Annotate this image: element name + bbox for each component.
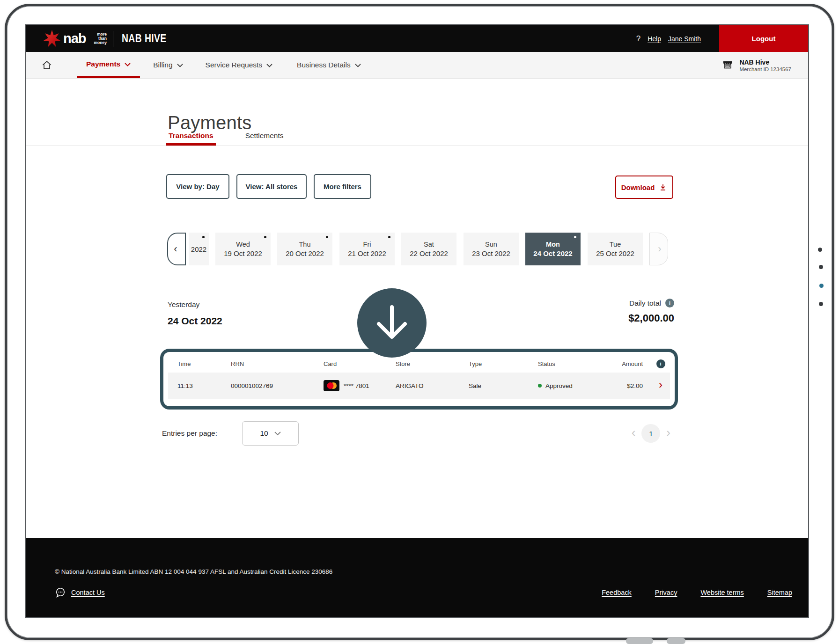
- help-link[interactable]: Help: [648, 35, 661, 43]
- contact-us-label: Contact Us: [71, 589, 105, 596]
- view-by-day-button[interactable]: View by: Day: [166, 174, 229, 199]
- arrow-down-icon: [357, 288, 427, 358]
- day-tile-thu-20-oct[interactable]: Thu 20 Oct 2022: [277, 233, 332, 265]
- sensor-dot: [819, 265, 823, 269]
- page-number[interactable]: 1: [641, 424, 660, 443]
- nab-logo: nab more than money NAB HIVE: [43, 25, 175, 52]
- day-tile-wed-19-oct[interactable]: Wed 19 Oct 2022: [215, 233, 271, 265]
- footer-link-sitemap[interactable]: Sitemap: [767, 589, 792, 596]
- day-tile-tue-25-oct[interactable]: Tue 25 Oct 2022: [588, 233, 643, 265]
- top-app-bar: nab more than money NAB HIVE ? Help Jane…: [26, 25, 808, 52]
- nav-item-payments[interactable]: Payments: [77, 52, 140, 78]
- nav-label: Business Details: [297, 61, 351, 69]
- day-tile-fri-21-oct[interactable]: Fri 21 Oct 2022: [339, 233, 395, 265]
- camera-dot: [819, 284, 824, 288]
- nav-label: Service Requests: [206, 61, 262, 69]
- nab-tagline: more than money: [94, 32, 107, 45]
- entries-per-page-select[interactable]: 10: [242, 421, 299, 446]
- merchant-info[interactable]: NAB Hive Merchant ID 1234567: [721, 52, 791, 79]
- tab-transactions[interactable]: Transactions: [166, 132, 216, 146]
- speech-bubble-icon: [55, 587, 66, 598]
- col-header-type: Type: [469, 360, 538, 367]
- carousel-prev-button[interactable]: ‹: [167, 233, 186, 265]
- transaction-row[interactable]: 11:13 000001002769 **** 7801 ARIGATO Sal…: [168, 373, 670, 399]
- cell-type: Sale: [469, 382, 538, 389]
- daily-total-block: Daily total i $2,000.00: [494, 299, 674, 324]
- footer: © National Australia Bank Limited ABN 12…: [26, 538, 808, 617]
- day-tile-sun-23-oct[interactable]: Sun 23 Oct 2022: [464, 233, 519, 265]
- nav-item-service-requests[interactable]: Service Requests: [200, 52, 278, 78]
- cell-rrn: 000001002769: [231, 382, 324, 389]
- view-all-stores-button[interactable]: View: All stores: [236, 174, 307, 199]
- tile-date: 19 Oct 2022: [224, 249, 262, 257]
- tile-date: 22 Oct 2022: [410, 249, 448, 257]
- day-tile-sat-22-oct[interactable]: Sat 22 Oct 2022: [401, 233, 456, 265]
- chevron-down-icon: [177, 64, 183, 67]
- row-chevron-right-icon[interactable]: ›: [651, 379, 670, 392]
- chevron-down-icon: [274, 432, 281, 436]
- carousel-next-button[interactable]: ›: [649, 233, 668, 265]
- nab-star-icon: [43, 30, 61, 48]
- chevron-down-icon: [355, 64, 361, 67]
- sensor-dot: [819, 302, 823, 306]
- home-icon: [41, 59, 52, 71]
- col-header-store: Store: [396, 360, 469, 367]
- page-prev-icon[interactable]: ‹: [632, 426, 636, 440]
- nav-label: Billing: [153, 61, 172, 69]
- help-icon: ?: [636, 34, 640, 44]
- more-filters-button[interactable]: More filters: [314, 174, 371, 199]
- entries-value: 10: [260, 429, 268, 438]
- nav-label: Payments: [86, 60, 120, 68]
- user-link[interactable]: Jane Smith: [668, 35, 701, 43]
- col-header-time: Time: [168, 360, 231, 367]
- app-name: NAB HIVE: [122, 32, 167, 45]
- download-button[interactable]: Download: [615, 176, 673, 199]
- status-text: Approved: [545, 382, 573, 389]
- chevron-left-icon: ‹: [174, 243, 177, 255]
- download-icon: [659, 183, 667, 191]
- chevron-right-icon: ›: [658, 243, 661, 255]
- tab-bar: Transactions Settlements: [166, 125, 286, 146]
- nav-item-billing[interactable]: Billing: [147, 52, 188, 78]
- tile-day: Thu: [299, 241, 311, 248]
- tile-date: 20 Oct 2022: [286, 249, 324, 257]
- entries-per-page-label: Entries per page:: [162, 421, 217, 446]
- tagline-line: money: [94, 40, 107, 45]
- daily-total-value: $2,000.00: [494, 312, 674, 324]
- day-tile-partial[interactable]: 2022: [189, 233, 209, 265]
- cell-status: Approved: [538, 382, 607, 389]
- annotation-arrow-circle: [357, 288, 427, 358]
- primary-nav: Payments Billing Service Requests Busine…: [26, 52, 808, 79]
- day-tile-mon-24-oct-selected[interactable]: Mon 24 Oct 2022: [525, 233, 581, 265]
- footer-links: Feedback Privacy Website terms Sitemap: [602, 589, 792, 596]
- info-icon[interactable]: i: [656, 359, 665, 368]
- cell-store: ARIGATO: [396, 382, 469, 389]
- transactions-table-highlight: Time RRN Card Store Type Status Amount i…: [160, 349, 678, 410]
- date-carousel: ‹ 2022 Wed 19 Oct 2022 Thu 20 Oct 2022 F…: [26, 233, 808, 265]
- home-button[interactable]: [41, 52, 52, 78]
- logout-button[interactable]: Logout: [719, 25, 808, 52]
- tile-day: Fri: [363, 241, 371, 248]
- col-header-status: Status: [538, 360, 607, 367]
- copyright-text: © National Australia Bank Limited ABN 12…: [55, 568, 332, 575]
- app-screen: nab more than money NAB HIVE ? Help Jane…: [26, 25, 808, 617]
- tab-settlements[interactable]: Settlements: [243, 132, 286, 146]
- chevron-down-icon: [125, 63, 131, 66]
- footer-link-website-terms[interactable]: Website terms: [700, 589, 743, 596]
- store-icon: [721, 59, 734, 72]
- footer-link-feedback[interactable]: Feedback: [602, 589, 632, 596]
- sensor-dot: [818, 248, 822, 252]
- filter-toolbar: View by: Day View: All stores More filte…: [166, 174, 371, 199]
- mastercard-icon: [324, 380, 339, 391]
- footer-link-privacy[interactable]: Privacy: [655, 589, 677, 596]
- nab-wordmark: nab: [63, 31, 86, 46]
- tile-day: Tue: [610, 241, 621, 248]
- nav-item-business-details[interactable]: Business Details: [291, 52, 367, 78]
- chevron-down-icon: [266, 64, 272, 67]
- contact-us-link[interactable]: Contact Us: [55, 587, 105, 598]
- period-label: Yesterday: [168, 300, 199, 309]
- info-icon[interactable]: i: [665, 299, 674, 307]
- tile-day: Mon: [546, 241, 560, 248]
- page-next-icon[interactable]: ›: [666, 426, 670, 440]
- tab-divider: [26, 146, 808, 146]
